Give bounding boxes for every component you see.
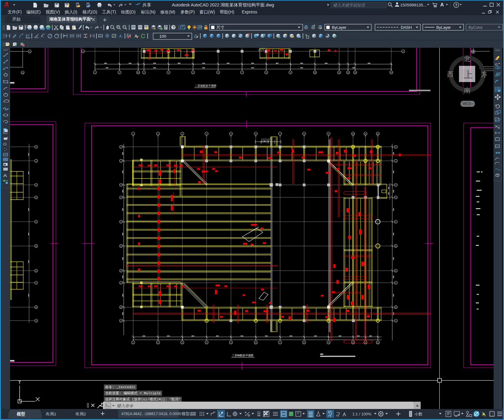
- svg-text:H: H: [120, 184, 122, 186]
- svg-text:13: 13: [22, 72, 24, 74]
- svg-text:E: E: [36, 245, 37, 247]
- svg-text:A: A: [3, 1, 9, 9]
- svg-text:11: 11: [338, 72, 340, 73]
- svg-text:键入关键字或短语: 键入关键字或短语: [333, 3, 366, 7]
- svg-text:E: E: [395, 245, 396, 247]
- svg-text:ByColor: ByColor: [468, 25, 483, 30]
- svg-text:K: K: [36, 146, 37, 148]
- svg-text:H: H: [395, 184, 396, 186]
- svg-text:1:1 / 100%: 1:1 / 100%: [352, 412, 372, 416]
- svg-text:±: ±: [111, 24, 112, 27]
- svg-text:F: F: [36, 221, 37, 223]
- svg-text:ByLayer: ByLayer: [332, 25, 347, 30]
- svg-text:B: B: [395, 306, 396, 308]
- svg-text:F: F: [120, 221, 122, 223]
- svg-text:J: J: [395, 160, 396, 162]
- svg-text:1/2: 1/2: [137, 72, 140, 73]
- svg-text:E: E: [120, 245, 122, 247]
- svg-text:11: 11: [365, 133, 367, 135]
- svg-text:G: G: [36, 197, 37, 198]
- svg-text:12: 12: [347, 72, 349, 73]
- svg-text:J: J: [36, 160, 37, 162]
- svg-text:D: D: [395, 270, 397, 272]
- svg-text:C: C: [395, 282, 397, 284]
- svg-text:尺寸: 尺寸: [216, 25, 224, 30]
- svg-text:B: B: [120, 306, 122, 308]
- svg-text:12: 12: [377, 133, 379, 135]
- svg-text:东: 东: [481, 70, 487, 78]
- svg-text:A: A: [472, 50, 474, 53]
- svg-text:模型: 模型: [181, 411, 190, 416]
- svg-text:二层板配筋平面图: 二层板配筋平面图: [195, 84, 216, 87]
- svg-text:47914.4642, -198617.0418, 0.00: 47914.4642, -198617.0418, 0.0000: [121, 412, 181, 416]
- svg-text:A: A: [395, 320, 396, 322]
- svg-text:1505999135...: 1505999135...: [400, 3, 426, 7]
- svg-text:布局2: 布局2: [75, 412, 86, 416]
- svg-text:Autodesk AutoCAD 2022: Autodesk AutoCAD 2022: [172, 2, 219, 7]
- svg-text:B: B: [36, 306, 37, 308]
- svg-text:?: ?: [455, 3, 457, 7]
- svg-text:100: 100: [159, 34, 166, 39]
- svg-text:C: C: [120, 282, 122, 284]
- svg-text:上: 上: [464, 69, 473, 80]
- svg-text:10: 10: [314, 72, 316, 73]
- svg-text:A: A: [440, 2, 444, 7]
- svg-text:模型: 模型: [17, 412, 25, 416]
- svg-text:布局1: 布局1: [45, 412, 56, 416]
- svg-text:K: K: [395, 146, 396, 148]
- svg-text:H: H: [36, 184, 37, 186]
- svg-text:西: 西: [448, 70, 453, 78]
- svg-text:D: D: [120, 270, 122, 272]
- svg-text:13: 13: [354, 72, 356, 73]
- svg-text:ByLayer: ByLayer: [436, 25, 451, 30]
- svg-text:D: D: [36, 270, 37, 272]
- svg-text:小数: 小数: [414, 412, 423, 416]
- svg-text:A: A: [36, 320, 37, 322]
- svg-text:A: A: [3, 173, 7, 178]
- svg-text:共享: 共享: [142, 2, 151, 7]
- svg-text:北: 北: [464, 55, 471, 63]
- svg-text:G: G: [395, 197, 397, 198]
- svg-text:南: 南: [464, 87, 471, 93]
- svg-text:10: 10: [352, 133, 354, 135]
- svg-text:J: J: [121, 160, 122, 162]
- svg-text:键入命令: 键入命令: [117, 403, 134, 408]
- svg-text:K: K: [120, 146, 122, 148]
- svg-text:A: A: [403, 51, 404, 52]
- svg-text:14: 14: [390, 72, 392, 73]
- svg-text:A: A: [29, 51, 30, 53]
- svg-text:湖南某体育馆结构平面.dwg: 湖南某体育馆结构平面.dwg: [220, 2, 274, 7]
- svg-text:G: G: [120, 197, 122, 198]
- svg-text:A: A: [120, 320, 122, 322]
- svg-text:A: A: [82, 51, 84, 52]
- svg-text:F: F: [395, 221, 396, 223]
- svg-text:三层钢配筋平面图: 三层钢配筋平面图: [232, 354, 253, 357]
- svg-text:DASH: DASH: [401, 25, 412, 30]
- svg-text:C: C: [36, 282, 37, 284]
- svg-text:12: 12: [377, 342, 379, 343]
